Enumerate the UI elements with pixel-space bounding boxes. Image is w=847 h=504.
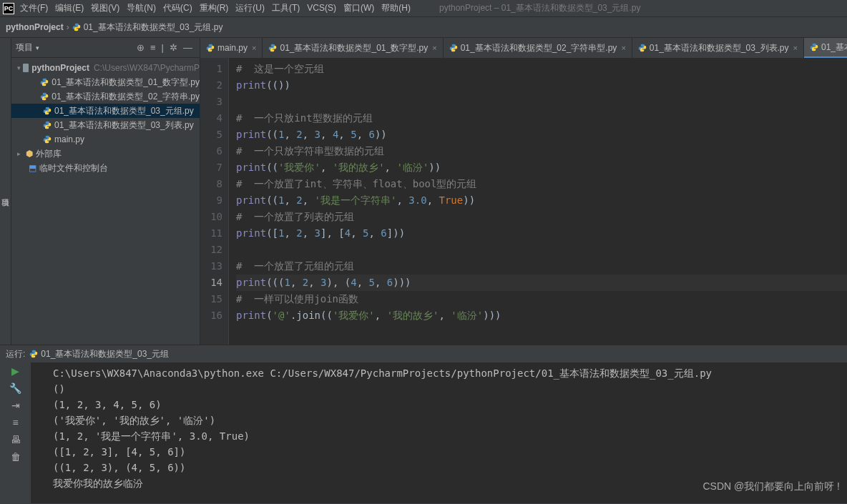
tree-file[interactable]: main.py — [11, 132, 200, 147]
folder-icon — [23, 64, 29, 72]
menu-item[interactable]: 导航(N) — [127, 3, 156, 13]
tree-file[interactable]: 01_基本语法和数据类型_02_字符串.py — [11, 89, 200, 104]
console-output[interactable]: C:\Users\WX847\Anaconda3\python.exe C:/U… — [31, 362, 847, 503]
python-file-icon — [43, 135, 52, 144]
menu-item[interactable]: 工具(T) — [272, 3, 300, 13]
run-label: 运行: — [6, 348, 25, 360]
tree-ext-lib[interactable]: ▸⬢外部库 — [11, 147, 200, 161]
python-file-icon — [268, 44, 277, 52]
menu-item[interactable]: 重构(R) — [200, 3, 229, 13]
breadcrumb-project[interactable]: pythonProject — [6, 22, 64, 32]
step-icon[interactable]: ⇥ — [11, 400, 20, 411]
breadcrumb: pythonProject › 01_基本语法和数据类型_03_元组.py — [0, 17, 847, 37]
editor-tab[interactable]: main.py× — [200, 38, 263, 58]
tree-file[interactable]: 01_基本语法和数据类型_03_元组.py — [11, 104, 200, 118]
print-icon[interactable]: 🖶 — [11, 434, 21, 445]
menu-item[interactable]: 代码(C) — [163, 3, 192, 13]
trash-icon[interactable]: 🗑 — [11, 451, 21, 463]
python-file-icon — [43, 121, 52, 129]
gear-icon[interactable]: ✲ — [170, 42, 177, 53]
editor-tab[interactable]: 01_基本语法和数据类型_03_列表.py× — [632, 38, 804, 58]
close-icon[interactable]: × — [252, 44, 256, 52]
divider: | — [162, 42, 164, 53]
line-gutter: 12345678910111213141516 — [200, 58, 229, 345]
tree-root[interactable]: ▾pythonProjectC:\Users\WX847\PycharmP — [11, 61, 200, 75]
tree-scratches[interactable]: ⬒临时文件和控制台 — [11, 161, 200, 175]
tool-window-stripe[interactable]: 项目 — [0, 38, 11, 345]
project-sidebar: 项目 ▾ ⊕ ≡ | ✲ — ▾pythonProjectC:\Users\WX… — [11, 38, 200, 345]
rerun-icon[interactable]: ▶ — [11, 365, 19, 377]
menu-item[interactable]: VCS(S) — [307, 3, 336, 13]
run-toolbar: ▶ 🔧 ⇥ ≡ 🖶 🗑 — [0, 362, 31, 503]
menu-item[interactable]: 运行(U) — [235, 3, 265, 13]
close-icon[interactable]: × — [793, 44, 798, 52]
python-file-icon — [40, 78, 49, 87]
select-opened-icon[interactable]: ⊕ — [137, 42, 145, 53]
run-tool-window: 运行: 01_基本语法和数据类型_03_元组 ▶ 🔧 ⇥ ≡ 🖶 🗑 C:\Us… — [0, 345, 847, 503]
python-file-icon — [638, 44, 647, 52]
python-file-icon — [29, 350, 38, 358]
menu-bar: PC 文件(F)编辑(E)视图(V)导航(N)代码(C)重构(R)运行(U)工具… — [0, 0, 847, 17]
close-icon[interactable]: × — [621, 44, 625, 52]
editor-tabs: main.py×01_基本语法和数据类型_01_数字型.py×01_基本语法和数… — [200, 38, 847, 58]
editor-area: main.py×01_基本语法和数据类型_01_数字型.py×01_基本语法和数… — [200, 38, 847, 345]
python-file-icon — [72, 23, 81, 31]
window-title: pythonProject – 01_基本语法和数据类型_03_元组.py — [439, 2, 640, 14]
python-file-icon — [206, 44, 215, 52]
editor-tab[interactable]: 01_基本语法和数据类型× — [804, 38, 847, 58]
python-file-icon — [43, 107, 52, 115]
wrench-icon[interactable]: 🔧 — [9, 382, 21, 394]
menu-item[interactable]: 编辑(E) — [55, 3, 84, 13]
dropdown-icon[interactable]: ▾ — [36, 44, 39, 51]
python-file-icon — [810, 43, 818, 51]
chevron-right-icon: › — [67, 22, 69, 32]
tree-file[interactable]: 01_基本语法和数据类型_01_数字型.py — [11, 75, 200, 89]
breadcrumb-file[interactable]: 01_基本语法和数据类型_03_元组.py — [84, 21, 223, 34]
close-icon[interactable]: × — [432, 44, 436, 52]
sidebar-title: 项目 — [16, 41, 33, 54]
tree-file[interactable]: 01_基本语法和数据类型_03_列表.py — [11, 118, 200, 132]
menu-item[interactable]: 帮助(H) — [381, 3, 411, 13]
app-icon: PC — [3, 3, 14, 14]
editor-tab[interactable]: 01_基本语法和数据类型_02_字符串型.py× — [444, 38, 632, 58]
menu-item[interactable]: 文件(F) — [20, 3, 48, 13]
python-file-icon — [449, 44, 458, 52]
menu-item[interactable]: 窗口(W) — [343, 3, 374, 13]
editor-tab[interactable]: 01_基本语法和数据类型_01_数字型.py× — [263, 38, 443, 58]
run-config-name[interactable]: 01_基本语法和数据类型_03_元组 — [41, 348, 169, 360]
python-file-icon — [40, 92, 49, 101]
menu-item[interactable]: 视图(V) — [91, 3, 119, 13]
layout-icon[interactable]: ≡ — [12, 417, 18, 428]
expand-icon[interactable]: ≡ — [150, 42, 156, 53]
hide-icon[interactable]: — — [183, 42, 192, 53]
code-editor[interactable]: 12345678910111213141516 # 这是一个空元组print((… — [200, 58, 847, 345]
